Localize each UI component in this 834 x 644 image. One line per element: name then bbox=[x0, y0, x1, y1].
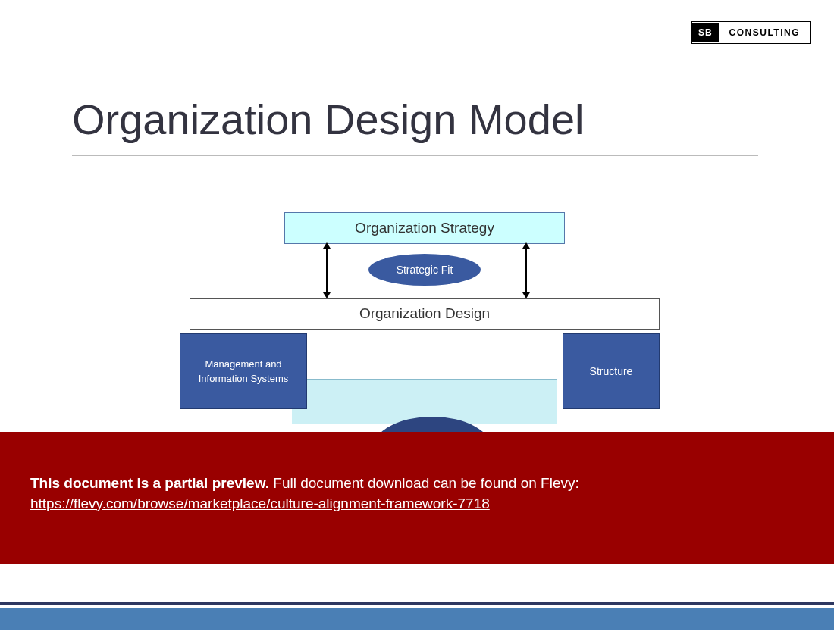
box-mgmt-info: Management and Information Systems bbox=[180, 333, 307, 409]
banner-rest: Full document download can be found on F… bbox=[269, 475, 579, 491]
preview-banner: This document is a partial preview. Full… bbox=[0, 432, 834, 564]
footer-bar bbox=[0, 608, 834, 630]
logo-consulting: CONSULTING bbox=[719, 23, 810, 42]
ellipse-strategic-fit: Strategic Fit bbox=[368, 254, 481, 286]
box-org-design: Organization Design bbox=[190, 298, 660, 330]
banner-lead: This document is a partial preview. bbox=[30, 475, 269, 491]
double-arrow-right-icon bbox=[525, 249, 527, 292]
banner-link[interactable]: https://flevy.com/browse/marketplace/cul… bbox=[30, 494, 804, 514]
box-structure: Structure bbox=[563, 333, 660, 409]
box-org-strategy: Organization Strategy bbox=[284, 212, 565, 244]
double-arrow-left-icon bbox=[326, 249, 328, 292]
page-title: Organization Design Model bbox=[72, 95, 584, 144]
footer-thin-bar bbox=[0, 602, 834, 605]
brand-logo: SB CONSULTING bbox=[691, 21, 811, 44]
logo-sb: SB bbox=[692, 23, 719, 42]
title-underline bbox=[72, 155, 758, 156]
